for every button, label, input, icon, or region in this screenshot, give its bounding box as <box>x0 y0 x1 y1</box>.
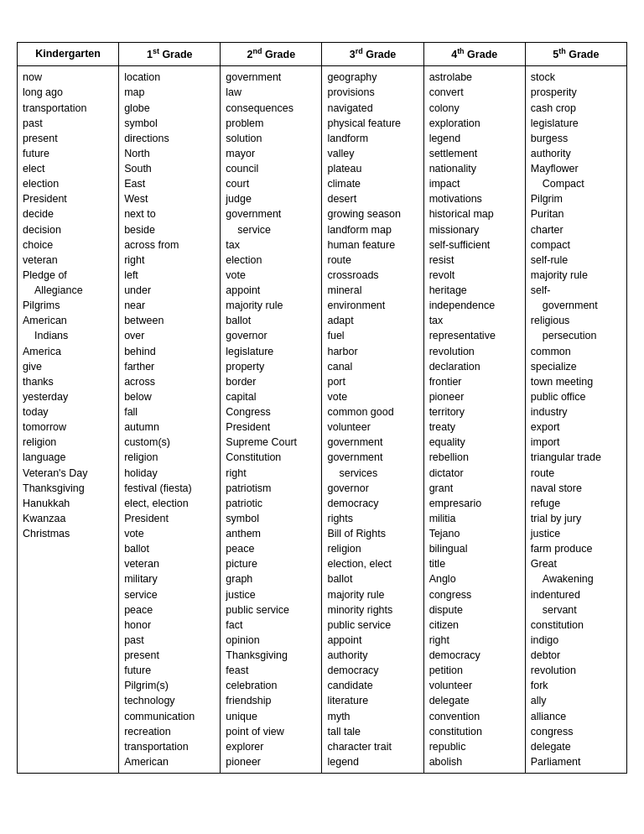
word-item: Parliament <box>531 754 621 769</box>
word-item: justice <box>226 587 316 602</box>
word-item: human feature <box>327 237 418 253</box>
word-item: navigated <box>327 101 418 116</box>
word-item: route <box>531 466 621 481</box>
word-item: tall tale <box>327 724 418 739</box>
word-item: town meeting <box>531 374 621 389</box>
word-item: solution <box>226 131 316 146</box>
word-item: ballot <box>327 571 418 586</box>
word-item: export <box>531 420 621 435</box>
word-item: right <box>429 633 520 648</box>
word-item: picture <box>226 556 316 571</box>
word-item: behind <box>124 344 215 359</box>
word-item: fall <box>124 404 215 420</box>
word-item: republic <box>429 739 520 754</box>
word-item: fork <box>531 678 621 693</box>
word-item: indigo <box>531 633 621 648</box>
word-item: exploration <box>429 116 520 131</box>
word-item: revolt <box>429 268 520 283</box>
word-item: Compact <box>531 176 621 191</box>
word-item: Congress <box>226 404 316 420</box>
word-item: public service <box>327 618 418 633</box>
word-item: holiday <box>124 466 215 481</box>
word-item: indentured <box>531 587 621 602</box>
word-item: East <box>124 176 215 191</box>
word-item: veteran <box>124 556 215 571</box>
word-item: law <box>226 85 316 100</box>
word-item: language <box>23 450 113 465</box>
word-item: treaty <box>429 420 520 435</box>
word-item: trial by jury <box>531 511 621 526</box>
word-item: democracy <box>429 648 520 663</box>
word-item: present <box>124 648 215 663</box>
word-item: President <box>124 511 215 526</box>
word-item: desert <box>327 191 418 206</box>
word-item: choice <box>23 237 113 253</box>
word-item: peace <box>124 602 215 618</box>
word-item: map <box>124 85 215 100</box>
column-header-4: 4th Grade <box>423 43 525 66</box>
column-words-5: stockprosperitycash croplegislatureburge… <box>525 66 626 774</box>
word-item: religious <box>531 313 621 328</box>
word-item: burgess <box>531 131 621 146</box>
word-item: decision <box>23 222 113 237</box>
word-item: self-sufficient <box>429 237 520 253</box>
word-item: Anglo <box>429 571 520 586</box>
word-item: triangular trade <box>531 450 621 465</box>
word-item: Hanukkah <box>23 496 113 511</box>
word-item: farther <box>124 359 215 374</box>
word-item: beside <box>124 222 215 237</box>
word-item: Constitution <box>226 450 316 465</box>
word-item: minority rights <box>327 602 418 618</box>
word-item: constitution <box>531 618 621 633</box>
word-item: military <box>124 571 215 586</box>
word-item: under <box>124 283 215 298</box>
word-item: ballot <box>124 541 215 556</box>
word-item: adapt <box>327 313 418 328</box>
word-item: service <box>226 222 316 237</box>
word-item: election <box>23 176 113 191</box>
word-item: volunteer <box>429 678 520 693</box>
word-item: refuge <box>531 496 621 511</box>
word-item: directions <box>124 131 215 146</box>
word-item: petition <box>429 663 520 678</box>
word-item: majority rule <box>226 298 316 313</box>
word-item: Puritan <box>531 206 621 222</box>
word-item: honor <box>124 618 215 633</box>
column-words-1: locationmapglobesymboldirectionsNorthSou… <box>119 66 221 774</box>
word-item: graph <box>226 571 316 586</box>
word-item: valley <box>327 146 418 161</box>
word-item: historical map <box>429 206 520 222</box>
word-item: resist <box>429 253 520 268</box>
word-item: representative <box>429 328 520 343</box>
word-item: constitution <box>429 724 520 739</box>
word-item: frontier <box>429 374 520 389</box>
word-item: ballot <box>226 313 316 328</box>
word-item: near <box>124 298 215 313</box>
word-item: motivations <box>429 191 520 206</box>
word-item: dispute <box>429 602 520 618</box>
word-item: title <box>429 556 520 571</box>
word-item: pioneer <box>429 389 520 404</box>
word-item: abolish <box>429 754 520 769</box>
word-item: patriotic <box>226 496 316 511</box>
word-item: unique <box>226 709 316 724</box>
word-item: American <box>124 754 215 769</box>
word-item: President <box>23 191 113 206</box>
word-item: religion <box>23 435 113 450</box>
word-item: opinion <box>226 633 316 648</box>
word-item: tax <box>226 237 316 253</box>
word-item: common good <box>327 404 418 420</box>
word-item: provisions <box>327 85 418 100</box>
word-item: public office <box>531 389 621 404</box>
word-item: vote <box>327 389 418 404</box>
word-item: long ago <box>23 85 113 100</box>
word-item: prosperity <box>531 85 621 100</box>
column-header-5: 5th Grade <box>525 43 626 66</box>
word-item: landform map <box>327 222 418 237</box>
word-item: empresario <box>429 496 520 511</box>
word-item: feast <box>226 663 316 678</box>
word-item: ally <box>531 693 621 708</box>
word-item: future <box>23 146 113 161</box>
word-item: candidate <box>327 678 418 693</box>
column-words-3: geographyprovisionsnavigatedphysical fea… <box>322 66 423 774</box>
